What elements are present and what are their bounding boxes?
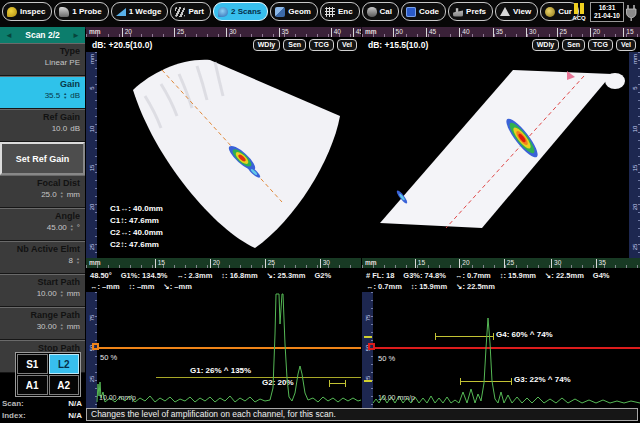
ruler-unit: mm: [89, 28, 101, 35]
ruler-tick: 5: [632, 79, 638, 97]
pause-icon: [570, 3, 588, 14]
acq-label: ACQ: [570, 15, 588, 21]
wdly-button[interactable]: WDly: [532, 39, 560, 51]
prev-scan-arrow[interactable]: ◄: [5, 31, 13, 40]
tab-view[interactable]: View: [495, 2, 538, 21]
vel-button[interactable]: Vel: [616, 39, 636, 51]
wdly-button[interactable]: WDly: [253, 39, 281, 51]
ruler-tick: 25: [174, 28, 184, 37]
group-button-l2[interactable]: L2: [49, 354, 80, 374]
group-button-s1[interactable]: S1: [17, 354, 48, 374]
next-scan-arrow[interactable]: ►: [72, 31, 80, 40]
left-db-row: dB: +20.5(10.0) WDlySenTCGVel: [86, 37, 361, 52]
right-db-buttons: WDlySenTCGVel: [532, 39, 636, 51]
vel-button[interactable]: Vel: [337, 39, 357, 51]
stepper-icon[interactable]: ▲▼: [60, 191, 64, 199]
right-bottom-ruler: mm1520253035: [362, 258, 640, 268]
ruler-tick: 20: [459, 259, 469, 268]
ruler-unit: mm: [89, 52, 95, 68]
readout-item: ↘: 22.5mm: [456, 282, 495, 291]
param-angle[interactable]: Angle45.00▲▼°: [0, 208, 85, 241]
tab-1-wedge[interactable]: 1 Wedge: [111, 2, 169, 21]
readout-item: G4%: [593, 271, 610, 280]
readout-item: ↕: 16.8mm: [221, 271, 257, 280]
left-readout-line2: ↔: –mm↕: –mm↘: –mm: [90, 282, 192, 291]
ruler-tick: 30: [551, 259, 561, 268]
left-db-buttons: WDlySenTCGVel: [253, 39, 357, 51]
geometry-icon: [275, 7, 285, 17]
right-db-readout: dB: +15.5(10.0): [368, 40, 428, 50]
readout-item: ↔: –mm: [90, 282, 120, 291]
ruler-tick: 10: [89, 120, 95, 138]
ruler-tick: 25: [632, 238, 638, 256]
stepper-icon[interactable]: ▲▼: [63, 92, 67, 100]
tab-inspec[interactable]: Inspec: [2, 2, 52, 21]
tab-label: 2 Scans: [231, 7, 261, 16]
stepper-icon[interactable]: ▲▼: [60, 323, 64, 331]
tab-code[interactable]: Code: [401, 2, 446, 21]
group-button-a2[interactable]: A2: [49, 375, 80, 395]
time-label: 16:31: [594, 4, 620, 12]
tab-2-scans[interactable]: 2 Scans: [213, 2, 268, 21]
tab-geom[interactable]: Geom: [270, 2, 318, 21]
param-start-path[interactable]: Start Path10.00▲▼mm: [0, 274, 85, 307]
ruler-tick: 35: [596, 259, 606, 268]
readout-item: ↔: 0.7mm: [366, 282, 402, 291]
tab-label: Prefs: [466, 7, 486, 16]
readout-item: ↕: 15.9mm: [411, 282, 447, 291]
clock-box: 16:31 21-04-10: [590, 2, 624, 22]
index-position-row: Index: N/A: [2, 411, 82, 420]
set-ref-gain-button[interactable]: Set Ref Gain: [0, 142, 85, 175]
scan-selector-title: Scan 2/2: [25, 30, 60, 40]
stepper-icon[interactable]: ▲▼: [70, 224, 74, 232]
ruler-tick: 5: [89, 79, 95, 97]
ruler-tick: 15: [632, 159, 638, 177]
tab-cal[interactable]: Cal: [362, 2, 399, 21]
param-type[interactable]: TypeLinear PE: [0, 43, 85, 76]
ruler-tick: 25: [557, 28, 567, 37]
stepper-icon[interactable]: ▲▼: [60, 290, 64, 298]
tcg-button[interactable]: TCG: [588, 39, 613, 51]
left-readout-line1: 48.50°G1%: 134.5%↔: 2.3mm↕: 16.8mm↘: 25.…: [90, 271, 331, 280]
readout-item: G3%: 74.8%: [403, 271, 446, 280]
tcg-button[interactable]: TCG: [309, 39, 334, 51]
group-button-a1[interactable]: A1: [17, 375, 48, 395]
left-sectorial-scan-view[interactable]: mm510152025 C1↔: 40.0mmC1↕: 47.6mmC2↔: 4…: [86, 52, 361, 258]
tab-label: Part: [188, 7, 204, 16]
status-bar: Changes the level of amplification on ea…: [86, 408, 638, 421]
sen-button[interactable]: Sen: [562, 39, 585, 51]
scan-selector[interactable]: ◄ Scan 2/2 ►: [0, 27, 85, 43]
readout-item: ↘: 25.3mm: [267, 271, 306, 280]
menu-tabs: Inspec1 Probe1 WedgePart2 ScansGeomEncCa…: [2, 2, 579, 21]
param-label: Focal Dist: [0, 176, 85, 188]
left-top-ruler: mm202530354045: [86, 27, 361, 37]
tab-prefs[interactable]: Prefs: [448, 2, 493, 21]
right-scan-depth-ruler: mm510152025: [629, 52, 640, 258]
param-nb-active-elmt[interactable]: Nb Active Elmt8▲▼: [0, 241, 85, 274]
ruler-unit: mm: [632, 52, 638, 68]
ruler-tick: 20: [89, 198, 95, 216]
droplet-icon: [7, 7, 17, 17]
param-value: Linear PE: [0, 56, 85, 67]
tab-enc[interactable]: Enc: [320, 2, 360, 21]
param-range-path[interactable]: Range Path30.00▲▼mm: [0, 307, 85, 340]
param-label: Start Path: [0, 275, 85, 287]
parameter-list: TypeLinear PEGain35.5▲▼dBRef Gain10.0dBS…: [0, 43, 85, 373]
right-readout-line2: ↔: 0.7mm↕: 15.9mm↘: 22.5mm: [366, 282, 495, 291]
right-linear-scan-view[interactable]: mm510152025: [362, 52, 640, 258]
tab-part[interactable]: Part: [170, 2, 211, 21]
right-ascan-view[interactable]: 755025 50 % G4: 60% ^ 74% G3: 22% ^ 74% …: [362, 292, 640, 408]
ruler-tick: 20: [590, 28, 600, 37]
ruler-tick: 15: [89, 159, 95, 177]
top-menu-bar: Inspec1 Probe1 WedgePart2 ScansGeomEncCa…: [0, 0, 640, 29]
sen-button[interactable]: Sen: [283, 39, 306, 51]
tab-1-probe[interactable]: 1 Probe: [54, 2, 108, 21]
param-ref-gain[interactable]: Ref Gain10.0dB: [0, 109, 85, 142]
param-value: 45.00▲▼°: [0, 221, 85, 232]
code-icon: [406, 7, 416, 17]
param-label: Range Path: [0, 308, 85, 320]
param-focal-dist[interactable]: Focal Dist25.0▲▼mm: [0, 175, 85, 208]
left-ascan-view[interactable]: 755025 50 % G1: 26% ^ 135% G2: 20% 10.00…: [86, 292, 361, 408]
stepper-icon[interactable]: ▲▼: [76, 257, 80, 265]
param-gain[interactable]: Gain35.5▲▼dB: [0, 76, 85, 109]
